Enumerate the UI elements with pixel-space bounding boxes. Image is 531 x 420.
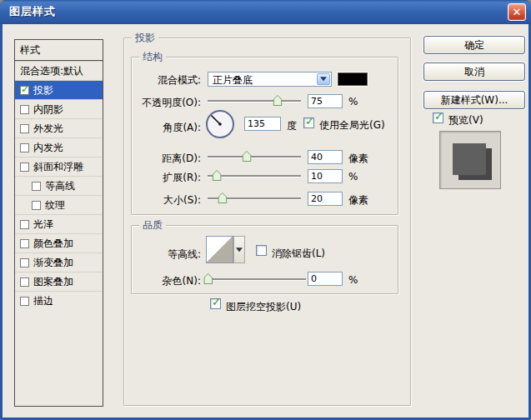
cancel-button[interactable]: 取消 <box>423 62 525 81</box>
slider-thumb[interactable] <box>273 95 283 106</box>
sidebar-item-bevel-emboss[interactable]: 斜面和浮雕 <box>15 157 103 176</box>
checkbox-inner-glow[interactable] <box>20 143 29 152</box>
sidebar-item-outer-glow[interactable]: 外发光 <box>15 118 103 138</box>
structure-legend: 结构 <box>139 50 166 64</box>
check-icon: ✓ <box>434 111 443 122</box>
check-icon: ✓ <box>21 83 29 95</box>
combo-arrow-button[interactable] <box>317 73 330 85</box>
sidebar-item-stroke[interactable]: 描边 <box>15 291 103 310</box>
angle-unit: 度 <box>287 119 297 133</box>
layer-style-dialog: 图层样式 ✕ 样式 混合选项:默认 ✓ 投影 内阴影 外发光 <box>0 0 531 420</box>
size-input[interactable] <box>308 192 343 206</box>
noise-label: 杂色(N): <box>128 274 201 288</box>
slider-track[interactable] <box>208 175 301 177</box>
anti-alias-checkbox[interactable] <box>256 245 267 256</box>
checkbox-inner-shadow[interactable] <box>20 105 29 114</box>
sidebar-item-blending-options[interactable]: 混合选项:默认 <box>15 61 103 80</box>
slider-thumb[interactable] <box>243 151 252 162</box>
checkbox-color-overlay[interactable] <box>20 239 29 248</box>
dialog-title: 图层样式 <box>9 0 56 23</box>
panel-legend: 投影 <box>132 31 158 45</box>
slider-thumb[interactable] <box>213 170 222 181</box>
size-slider[interactable] <box>208 192 301 203</box>
style-preview-thumbnail <box>439 131 501 189</box>
anti-alias-label: 消除锯齿(L) <box>272 247 325 261</box>
sidebar-item-drop-shadow[interactable]: ✓ 投影 <box>15 80 103 99</box>
preview-checkbox[interactable]: ✓ <box>433 112 443 123</box>
styles-list: 样式 混合选项:默认 ✓ 投影 内阴影 外发光 内发光 斜面 <box>14 39 103 407</box>
sidebar-item-texture[interactable]: 纹理 <box>15 195 103 214</box>
close-icon: ✕ <box>513 6 522 18</box>
shadow-color-swatch[interactable] <box>338 72 368 86</box>
sidebar-item-label: 外发光 <box>33 122 63 136</box>
sidebar-item-inner-glow[interactable]: 内发光 <box>15 138 103 157</box>
preview-label: 预览(V) <box>448 113 483 128</box>
distance-slider[interactable] <box>208 151 301 162</box>
blend-mode-label: 混合模式: <box>128 73 201 88</box>
sidebar-item-label: 图案叠加 <box>33 275 73 289</box>
angle-dial[interactable] <box>205 109 235 139</box>
angle-label: 角度(A): <box>128 121 201 135</box>
sidebar-item-label: 光泽 <box>33 218 53 232</box>
sidebar-item-gradient-overlay[interactable]: 渐变叠加 <box>15 252 103 272</box>
slider-track[interactable] <box>205 278 306 280</box>
noise-input[interactable] <box>308 272 343 286</box>
slider-thumb[interactable] <box>203 273 213 284</box>
checkbox-gradient-overlay[interactable] <box>20 258 29 268</box>
checkbox-stroke[interactable] <box>20 297 29 306</box>
sidebar-item-label: 投影 <box>33 83 53 98</box>
sidebar-item-label: 内发光 <box>33 141 63 155</box>
sidebar-item-inner-shadow[interactable]: 内阴影 <box>15 99 103 118</box>
sidebar-item-label: 描边 <box>33 294 53 308</box>
size-label: 大小(S): <box>128 193 201 208</box>
layer-knockout-checkbox[interactable]: ✓ <box>210 298 221 309</box>
sidebar-item-pattern-overlay[interactable]: 图案叠加 <box>15 272 103 291</box>
opacity-unit: % <box>348 96 358 108</box>
check-icon: ✓ <box>212 297 221 308</box>
sidebar-item-label: 内阴影 <box>33 102 63 117</box>
use-global-light-checkbox[interactable]: ✓ <box>303 118 314 128</box>
check-icon: ✓ <box>305 116 314 127</box>
sidebar-item-label: 混合选项:默认 <box>20 64 83 78</box>
angle-input[interactable] <box>244 117 281 131</box>
distance-input[interactable] <box>308 150 343 164</box>
checkbox-contour[interactable] <box>32 182 41 191</box>
spread-slider[interactable] <box>208 170 301 181</box>
slider-track[interactable] <box>208 100 301 102</box>
slider-thumb[interactable] <box>218 192 227 203</box>
checkbox-bevel-emboss[interactable] <box>20 162 29 172</box>
sidebar-item-label: 等高线 <box>45 179 75 193</box>
sidebar-item-satin[interactable]: 光泽 <box>15 214 103 233</box>
use-global-light-label: 使用全局光(G) <box>319 118 385 132</box>
quality-legend: 品质 <box>139 218 166 232</box>
sidebar-item-label: 纹理 <box>45 198 65 212</box>
spread-input[interactable] <box>308 169 343 183</box>
noise-slider[interactable] <box>205 273 306 284</box>
sidebar-item-color-overlay[interactable]: 颜色叠加 <box>15 233 103 252</box>
checkbox-satin[interactable] <box>20 220 29 229</box>
new-style-button[interactable]: 新建样式(W)... <box>423 91 525 109</box>
opacity-input[interactable] <box>308 94 343 108</box>
checkbox-pattern-overlay[interactable] <box>20 278 29 287</box>
contour-label: 等高线: <box>128 248 201 262</box>
contour-picker-button[interactable] <box>233 236 245 263</box>
sidebar-item-contour[interactable]: 等高线 <box>15 176 103 195</box>
slider-track[interactable] <box>208 156 301 158</box>
chevron-down-icon <box>236 248 243 255</box>
blend-mode-value: 正片叠底 <box>213 73 253 88</box>
checkbox-outer-glow[interactable] <box>20 124 29 133</box>
checkbox-drop-shadow[interactable]: ✓ <box>20 86 29 95</box>
distance-unit: 像素 <box>348 152 368 166</box>
layer-knockout-label: 图层挖空投影(U) <box>226 300 301 314</box>
styles-list-header: 样式 <box>15 40 103 61</box>
contour-preset-thumbnail[interactable] <box>206 236 233 263</box>
noise-unit: % <box>348 274 358 286</box>
checkbox-texture[interactable] <box>32 201 41 210</box>
title-bar[interactable]: 图层样式 ✕ <box>0 0 531 24</box>
opacity-slider[interactable] <box>208 95 301 106</box>
ok-button[interactable]: 确定 <box>423 36 525 54</box>
close-button[interactable]: ✕ <box>508 3 526 21</box>
sidebar-item-label: 颜色叠加 <box>33 237 73 251</box>
opacity-label: 不透明度(O): <box>128 96 201 110</box>
blend-mode-select[interactable]: 正片叠底 <box>208 72 332 87</box>
